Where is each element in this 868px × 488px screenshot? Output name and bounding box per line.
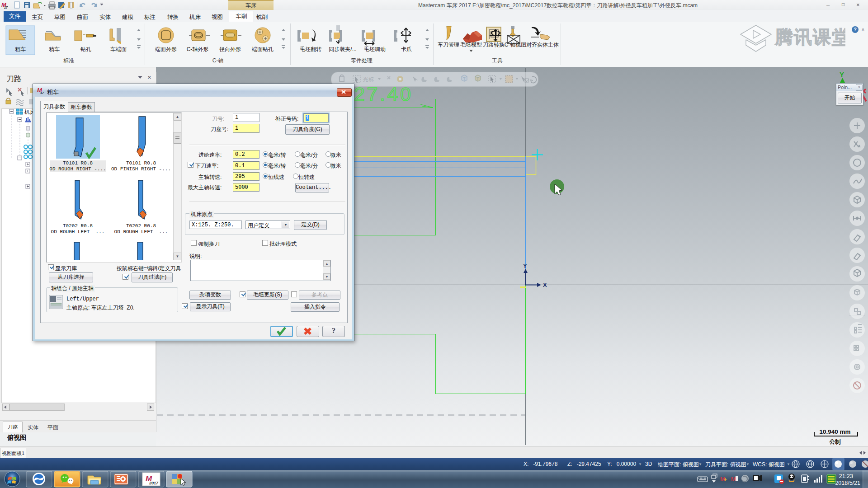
svg-text:刀路转换: 刀路转换 [483,42,505,48]
svg-text:粗车: 粗车 [15,46,26,52]
svg-text:零件处理: 零件处理 [351,57,373,64]
svg-text:17: 17 [40,91,44,94]
svg-text:端面外形: 端面外形 [155,46,177,52]
svg-text:钻孔: 钻孔 [80,46,91,52]
svg-text:C-轴外形: C-轴外形 [187,46,209,52]
svg-text:17: 17 [4,6,8,9]
svg-text:21:23: 21:23 [839,473,853,479]
svg-text:毛坯翻转: 毛坯翻转 [300,46,321,52]
svg-text:光标: 光标 [363,76,374,83]
svg-text:毛坯模型: 毛坯模型 [460,42,482,48]
svg-text:工具: 工具 [492,57,503,64]
svg-text:公制: 公制 [829,439,841,445]
svg-text:对齐实体主体: 对齐实体主体 [526,42,559,48]
svg-text:2018/5/21: 2018/5/21 [835,480,860,486]
svg-text:T0101 R0.8: T0101 R0.8 [126,160,156,166]
svg-text:10.940 mm: 10.940 mm [819,428,850,435]
svg-text:C-轴: C-轴 [212,57,224,64]
svg-text:同步装夹/...: 同步装夹/... [329,46,356,52]
svg-text:端面钻孔: 端面钻孔 [252,46,274,52]
svg-text:T0101 R0.8: T0101 R0.8 [63,160,93,166]
svg-text:卡爪: 卡爪 [401,46,412,52]
svg-text:OD ROUGH LEFT -...: OD ROUGH LEFT -... [51,229,105,235]
svg-text:2017: 2017 [149,481,159,485]
svg-text:标准: 标准 [63,57,74,64]
svg-text:径向外形: 径向外形 [219,46,241,52]
svg-text:+: + [724,476,727,483]
svg-text:OD FINISH RIGHT -...: OD FINISH RIGHT -... [111,166,171,172]
svg-text:OD ROUGH RIGHT -...: OD ROUGH RIGHT -... [49,166,106,172]
svg-text:精车: 精车 [49,46,60,52]
svg-text:T0202 R0.8: T0202 R0.8 [63,223,93,229]
svg-text:C-轴视图: C-轴视图 [505,42,527,48]
svg-text:毛坯调动: 毛坯调动 [364,46,386,52]
svg-text:OD ROUGH LEFT -...: OD ROUGH LEFT -... [114,229,168,235]
svg-text:腾讯课堂: 腾讯课堂 [774,27,845,47]
svg-text:M: M [731,476,736,483]
svg-text:车刀管理: 车刀管理 [438,42,459,48]
svg-text:T0202 R0.8: T0202 R0.8 [126,223,156,229]
svg-text:车端面: 车端面 [110,46,127,52]
